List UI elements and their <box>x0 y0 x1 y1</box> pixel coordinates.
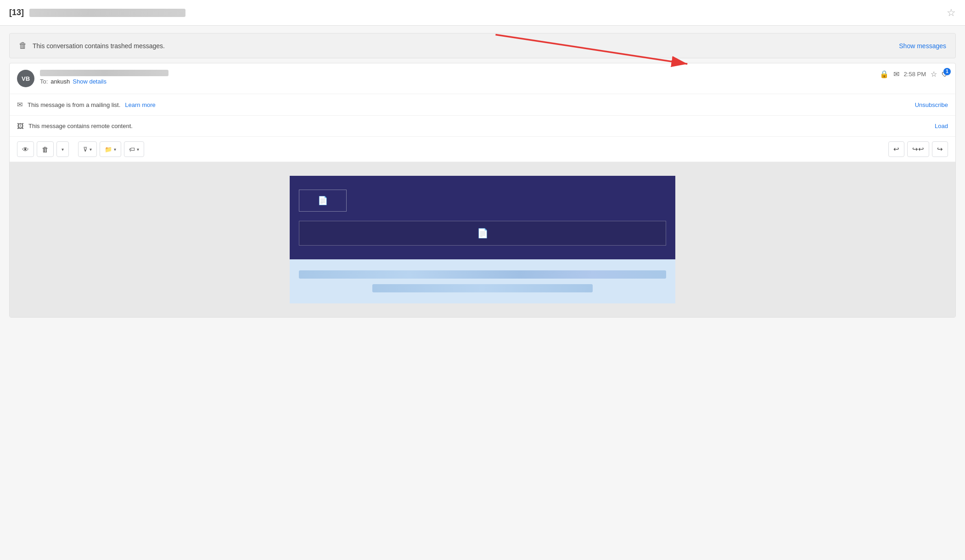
reply-icon: ↩ <box>893 145 899 153</box>
title-bar-left: [13] <box>9 8 185 17</box>
email-time: 2:58 PM <box>904 71 926 78</box>
mail-icon: ✉ <box>17 101 23 109</box>
remote-content-left: 🖼 This message contains remote content. <box>17 122 133 130</box>
main-content: 🗑 This conversation contains trashed mes… <box>0 26 965 325</box>
filter-button[interactable]: ⊽ ▾ <box>78 141 97 157</box>
remote-content-text: This message contains remote content. <box>28 123 133 129</box>
reply-all-icon: ↪↩ <box>912 145 924 153</box>
tag-chevron-icon: ▾ <box>137 147 139 152</box>
trash-icon: 🗑 <box>19 41 27 50</box>
email-dark-header: 📄 📄 <box>290 176 675 259</box>
toolbar-right: ↩ ↪↩ ↪ <box>888 141 948 157</box>
more-button[interactable]: ▾ <box>56 141 69 157</box>
folder-button[interactable]: 📁 ▾ <box>100 141 121 157</box>
folder-icon: 📁 <box>105 146 112 153</box>
email-light-section <box>290 259 675 303</box>
toolbar-left: 👁 🗑 ▾ ⊽ ▾ 📁 ▾ <box>17 141 144 157</box>
toolbar: 👁 🗑 ▾ ⊽ ▾ 📁 ▾ <box>10 137 955 162</box>
eye-icon: 👁 <box>22 146 29 153</box>
title-bar: [13] ☆ <box>0 0 965 26</box>
trash-message: This conversation contains trashed messa… <box>33 42 165 50</box>
eye-button[interactable]: 👁 <box>17 141 34 157</box>
email-logo-box: 📄 <box>299 190 347 212</box>
envelope-icon: ✉ <box>893 70 899 78</box>
message-count: [13] <box>9 8 24 17</box>
subject-redacted <box>29 9 185 17</box>
email-card: VB To: ankush Show details 🔒 ✉ 2:58 PM <box>9 63 956 318</box>
trash-button[interactable]: 🗑 <box>37 141 54 157</box>
show-messages-link[interactable]: Show messages <box>899 42 946 50</box>
email-meta: To: ankush Show details <box>40 70 874 85</box>
forward-button[interactable]: ↪ <box>932 141 948 157</box>
remote-content-banner: 🖼 This message contains remote content. … <box>10 116 955 137</box>
reply-button[interactable]: ↩ <box>888 141 904 157</box>
to-row: To: ankush Show details <box>40 78 874 85</box>
show-details-link[interactable]: Show details <box>73 78 107 85</box>
blurred-text-row-2 <box>372 284 593 292</box>
to-label: To: <box>40 78 48 85</box>
trash-banner-left: 🗑 This conversation contains trashed mes… <box>19 41 165 50</box>
tag-icon: 🏷 <box>129 146 135 153</box>
learn-more-link[interactable]: Learn more <box>125 101 155 108</box>
load-link[interactable]: Load <box>935 123 948 129</box>
mailing-list-text: This message is from a mailing list. <box>28 101 120 108</box>
mailing-list-banner: ✉ This message is from a mailing list. L… <box>10 94 955 116</box>
unsubscribe-link[interactable]: Unsubscribe <box>915 101 948 108</box>
folder-chevron-icon: ▾ <box>114 147 116 152</box>
image-icon: 🖼 <box>17 122 24 130</box>
mailing-list-left: ✉ This message is from a mailing list. L… <box>17 101 156 109</box>
star-icon[interactable]: ☆ <box>947 7 956 19</box>
more-chevron-icon: ▾ <box>62 147 64 152</box>
filter-chevron-icon: ▾ <box>90 147 92 152</box>
sender-name-redacted <box>40 70 168 76</box>
sender-row <box>40 70 874 76</box>
to-name: ankush <box>50 78 70 85</box>
email-header: VB To: ankush Show details 🔒 ✉ 2:58 PM <box>10 63 955 94</box>
avatar: VB <box>17 70 34 87</box>
email-header-actions: 🔒 ✉ 2:58 PM ☆ 🛡 1 <box>880 70 948 78</box>
forward-icon: ↪ <box>937 145 943 153</box>
reply-all-button[interactable]: ↪↩ <box>907 141 929 157</box>
trash-tool-icon: 🗑 <box>42 146 49 153</box>
email-wide-box: 📄 <box>299 221 666 246</box>
trash-banner: 🗑 This conversation contains trashed mes… <box>9 33 956 58</box>
wide-doc-icon: 📄 <box>477 228 488 239</box>
blurred-text-row-1 <box>299 270 666 279</box>
notification-badge: 1 <box>943 68 951 75</box>
lock-icon: 🔒 <box>880 70 889 78</box>
email-body: 📄 📄 <box>10 162 955 317</box>
logo-doc-icon: 📄 <box>318 196 328 206</box>
tag-button[interactable]: 🏷 ▾ <box>124 141 144 157</box>
star-email-icon[interactable]: ☆ <box>931 70 937 78</box>
filter-icon: ⊽ <box>83 146 88 153</box>
badge-container: 🛡 1 <box>942 71 948 78</box>
page-wrapper: [13] ☆ 🗑 This conversation contains tras… <box>0 0 965 325</box>
email-content-box: 📄 📄 <box>290 176 675 303</box>
